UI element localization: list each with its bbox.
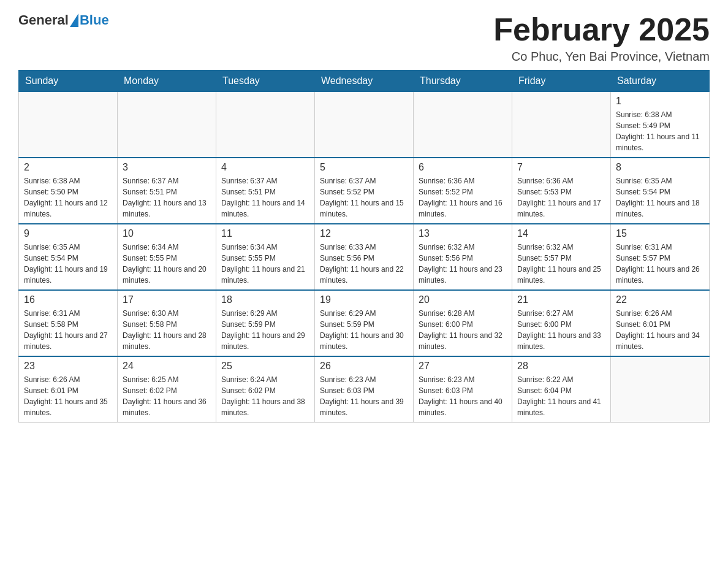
- calendar-cell: 14Sunrise: 6:32 AMSunset: 5:57 PMDayligh…: [512, 224, 611, 290]
- calendar-cell: 1Sunrise: 6:38 AMSunset: 5:49 PMDaylight…: [611, 92, 710, 158]
- calendar-week-row: 9Sunrise: 6:35 AMSunset: 5:54 PMDaylight…: [19, 224, 710, 290]
- calendar-cell: 16Sunrise: 6:31 AMSunset: 5:58 PMDayligh…: [19, 290, 118, 356]
- day-number: 27: [419, 361, 507, 372]
- calendar-cell: 6Sunrise: 6:36 AMSunset: 5:52 PMDaylight…: [414, 158, 512, 224]
- location-text: Co Phuc, Yen Bai Province, Vietnam: [493, 50, 710, 64]
- day-number: 13: [419, 228, 507, 239]
- day-info: Sunrise: 6:30 AMSunset: 5:58 PMDaylight:…: [123, 308, 211, 352]
- calendar-day-header: Thursday: [414, 71, 512, 92]
- day-number: 26: [320, 361, 408, 372]
- day-number: 17: [123, 294, 211, 305]
- title-area: February 2025 Co Phuc, Yen Bai Province,…: [493, 12, 710, 64]
- calendar-cell: [315, 92, 414, 158]
- logo-blue-part: Blue: [69, 12, 109, 28]
- calendar-cell: 5Sunrise: 6:37 AMSunset: 5:52 PMDaylight…: [315, 158, 414, 224]
- day-info: Sunrise: 6:32 AMSunset: 5:57 PMDaylight:…: [517, 242, 605, 286]
- calendar-cell: [19, 92, 118, 158]
- calendar-cell: 4Sunrise: 6:37 AMSunset: 5:51 PMDaylight…: [216, 158, 315, 224]
- day-info: Sunrise: 6:38 AMSunset: 5:50 PMDaylight:…: [24, 175, 112, 220]
- day-number: 19: [320, 294, 408, 305]
- day-info: Sunrise: 6:22 AMSunset: 6:04 PMDaylight:…: [517, 374, 605, 418]
- calendar-cell: [611, 356, 710, 423]
- day-info: Sunrise: 6:34 AMSunset: 5:55 PMDaylight:…: [221, 242, 309, 286]
- day-number: 23: [24, 361, 112, 372]
- day-info: Sunrise: 6:35 AMSunset: 5:54 PMDaylight:…: [24, 242, 112, 286]
- calendar-day-header: Monday: [118, 71, 216, 92]
- day-number: 18: [221, 294, 309, 305]
- page-header: General Blue February 2025 Co Phuc, Yen …: [18, 12, 710, 64]
- calendar-cell: 17Sunrise: 6:30 AMSunset: 5:58 PMDayligh…: [118, 290, 216, 356]
- calendar-cell: 25Sunrise: 6:24 AMSunset: 6:02 PMDayligh…: [216, 356, 315, 423]
- logo: General Blue: [18, 12, 109, 28]
- calendar-cell: 3Sunrise: 6:37 AMSunset: 5:51 PMDaylight…: [118, 158, 216, 224]
- calendar-cell: 23Sunrise: 6:26 AMSunset: 6:01 PMDayligh…: [19, 356, 118, 423]
- calendar-cell: 24Sunrise: 6:25 AMSunset: 6:02 PMDayligh…: [118, 356, 216, 423]
- day-number: 5: [320, 162, 408, 173]
- day-info: Sunrise: 6:25 AMSunset: 6:02 PMDaylight:…: [123, 374, 211, 418]
- calendar-cell: 7Sunrise: 6:36 AMSunset: 5:53 PMDaylight…: [512, 158, 611, 224]
- day-info: Sunrise: 6:27 AMSunset: 6:00 PMDaylight:…: [517, 308, 605, 352]
- calendar-header-row: SundayMondayTuesdayWednesdayThursdayFrid…: [19, 71, 710, 92]
- day-info: Sunrise: 6:35 AMSunset: 5:54 PMDaylight:…: [616, 175, 704, 220]
- day-number: 10: [123, 228, 211, 239]
- day-info: Sunrise: 6:37 AMSunset: 5:51 PMDaylight:…: [123, 175, 211, 220]
- day-info: Sunrise: 6:33 AMSunset: 5:56 PMDaylight:…: [320, 242, 408, 286]
- day-number: 2: [24, 162, 112, 173]
- day-info: Sunrise: 6:26 AMSunset: 6:01 PMDaylight:…: [616, 308, 704, 352]
- calendar-day-header: Saturday: [611, 71, 710, 92]
- logo-text: General Blue: [18, 12, 109, 28]
- day-info: Sunrise: 6:37 AMSunset: 5:52 PMDaylight:…: [320, 175, 408, 220]
- day-info: Sunrise: 6:28 AMSunset: 6:00 PMDaylight:…: [419, 308, 507, 352]
- calendar-cell: 18Sunrise: 6:29 AMSunset: 5:59 PMDayligh…: [216, 290, 315, 356]
- day-number: 1: [616, 96, 704, 107]
- day-info: Sunrise: 6:31 AMSunset: 5:57 PMDaylight:…: [616, 242, 704, 286]
- day-info: Sunrise: 6:37 AMSunset: 5:51 PMDaylight:…: [221, 175, 309, 220]
- calendar-cell: 15Sunrise: 6:31 AMSunset: 5:57 PMDayligh…: [611, 224, 710, 290]
- day-number: 24: [123, 361, 211, 372]
- calendar-cell: 9Sunrise: 6:35 AMSunset: 5:54 PMDaylight…: [19, 224, 118, 290]
- day-info: Sunrise: 6:29 AMSunset: 5:59 PMDaylight:…: [320, 308, 408, 352]
- day-info: Sunrise: 6:34 AMSunset: 5:55 PMDaylight:…: [123, 242, 211, 286]
- day-info: Sunrise: 6:36 AMSunset: 5:52 PMDaylight:…: [419, 175, 507, 220]
- calendar-cell: 11Sunrise: 6:34 AMSunset: 5:55 PMDayligh…: [216, 224, 315, 290]
- calendar-week-row: 2Sunrise: 6:38 AMSunset: 5:50 PMDaylight…: [19, 158, 710, 224]
- day-number: 12: [320, 228, 408, 239]
- calendar-cell: 2Sunrise: 6:38 AMSunset: 5:50 PMDaylight…: [19, 158, 118, 224]
- calendar-week-row: 23Sunrise: 6:26 AMSunset: 6:01 PMDayligh…: [19, 356, 710, 423]
- calendar-cell: [414, 92, 512, 158]
- calendar-cell: [512, 92, 611, 158]
- day-info: Sunrise: 6:23 AMSunset: 6:03 PMDaylight:…: [419, 374, 507, 418]
- logo-blue-text: Blue: [80, 12, 109, 28]
- day-number: 8: [616, 162, 704, 173]
- calendar-cell: 27Sunrise: 6:23 AMSunset: 6:03 PMDayligh…: [414, 356, 512, 423]
- calendar-cell: 12Sunrise: 6:33 AMSunset: 5:56 PMDayligh…: [315, 224, 414, 290]
- day-number: 25: [221, 361, 309, 372]
- calendar-day-header: Friday: [512, 71, 611, 92]
- day-number: 28: [517, 361, 605, 372]
- calendar-cell: 8Sunrise: 6:35 AMSunset: 5:54 PMDaylight…: [611, 158, 710, 224]
- day-info: Sunrise: 6:23 AMSunset: 6:03 PMDaylight:…: [320, 374, 408, 418]
- calendar-day-header: Wednesday: [315, 71, 414, 92]
- day-info: Sunrise: 6:29 AMSunset: 5:59 PMDaylight:…: [221, 308, 309, 352]
- day-info: Sunrise: 6:38 AMSunset: 5:49 PMDaylight:…: [616, 109, 704, 153]
- day-number: 16: [24, 294, 112, 305]
- logo-triangle-icon: [70, 13, 78, 27]
- day-number: 11: [221, 228, 309, 239]
- day-info: Sunrise: 6:24 AMSunset: 6:02 PMDaylight:…: [221, 374, 309, 418]
- calendar-day-header: Sunday: [19, 71, 118, 92]
- logo-general-text: General: [18, 12, 69, 28]
- calendar-day-header: Tuesday: [216, 71, 315, 92]
- calendar-week-row: 16Sunrise: 6:31 AMSunset: 5:58 PMDayligh…: [19, 290, 710, 356]
- day-info: Sunrise: 6:31 AMSunset: 5:58 PMDaylight:…: [24, 308, 112, 352]
- calendar-week-row: 1Sunrise: 6:38 AMSunset: 5:49 PMDaylight…: [19, 92, 710, 158]
- day-number: 21: [517, 294, 605, 305]
- calendar-cell: 10Sunrise: 6:34 AMSunset: 5:55 PMDayligh…: [118, 224, 216, 290]
- day-number: 6: [419, 162, 507, 173]
- day-number: 15: [616, 228, 704, 239]
- month-title: February 2025: [493, 12, 710, 47]
- day-number: 22: [616, 294, 704, 305]
- day-number: 20: [419, 294, 507, 305]
- day-info: Sunrise: 6:36 AMSunset: 5:53 PMDaylight:…: [517, 175, 605, 220]
- calendar-cell: 28Sunrise: 6:22 AMSunset: 6:04 PMDayligh…: [512, 356, 611, 423]
- calendar-cell: 13Sunrise: 6:32 AMSunset: 5:56 PMDayligh…: [414, 224, 512, 290]
